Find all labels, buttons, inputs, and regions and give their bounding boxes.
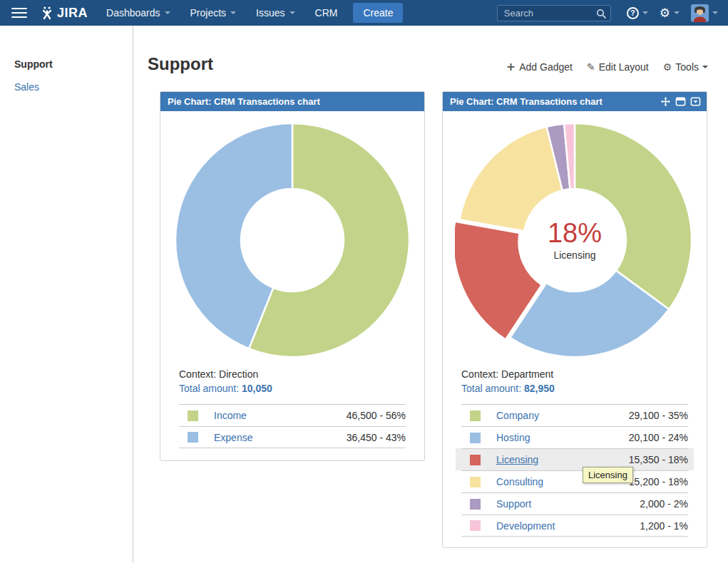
nav-item-label: Issues: [256, 7, 284, 19]
pie-slice-company[interactable]: [575, 123, 692, 309]
legend-label-link[interactable]: Income: [214, 410, 347, 421]
legend-label-link[interactable]: Expense: [214, 432, 347, 443]
avatar-image: [691, 4, 709, 22]
legend-swatch: [470, 433, 481, 443]
legend-label-link[interactable]: Company: [496, 410, 629, 421]
legend-swatch: [470, 499, 481, 510]
legend-label-link[interactable]: Support: [496, 498, 640, 510]
gear-icon: ⚙: [663, 61, 672, 73]
nav-item-label: Projects: [190, 7, 227, 19]
search-icon: [596, 9, 606, 19]
avatar: [691, 4, 709, 22]
dashboard-sidebar: SupportSales: [0, 26, 133, 563]
jira-charlie-icon: [40, 6, 54, 20]
donut-chart-department: 18% Licensing: [455, 120, 694, 360]
chevron-down-icon: [165, 11, 170, 14]
chevron-down-icon: [702, 66, 708, 68]
nav-item-issues[interactable]: Issues: [256, 7, 294, 19]
nav-item-crm[interactable]: CRM: [315, 7, 338, 19]
help-menu[interactable]: ?: [627, 7, 648, 19]
sidebar-item-sales[interactable]: Sales: [14, 81, 133, 93]
pencil-icon: ✎: [587, 61, 595, 73]
nav-item-dashboards[interactable]: Dashboards: [106, 7, 170, 19]
chart-context: Context: Direction: [179, 367, 406, 381]
chevron-down-icon: [674, 11, 680, 14]
nav-item-label: CRM: [315, 7, 338, 19]
legend-value: 36,450 - 43%: [347, 432, 406, 443]
chevron-down-icon: [712, 11, 718, 14]
legend-row-consulting[interactable]: Consulting15,200 - 18%: [461, 470, 688, 492]
legend-value: 1,200 - 1%: [640, 520, 688, 532]
total-label: Total amount:: [179, 383, 239, 394]
chart-context: Context: Department: [461, 367, 688, 381]
gadget-header[interactable]: Pie Chart: CRM Transactions chart: [443, 92, 707, 111]
legend-label-link[interactable]: Licensing: [496, 454, 629, 465]
jira-logo[interactable]: JIRA: [40, 6, 88, 21]
action-label: Tools: [675, 61, 699, 73]
chart-total: Total amount: 82,950: [461, 381, 688, 396]
nav-item-label: Dashboards: [106, 7, 160, 19]
legend-label-link[interactable]: Hosting: [496, 432, 629, 443]
tooltip: Licensing: [583, 467, 633, 483]
maximize-gadget-icon[interactable]: [675, 96, 686, 107]
donut-chart-direction: [173, 120, 412, 360]
hamburger-menu-icon[interactable]: [11, 5, 27, 21]
legend-swatch: [188, 432, 198, 443]
nav-menu: DashboardsProjectsIssuesCRM: [106, 7, 337, 19]
gear-icon: ⚙: [660, 7, 670, 19]
chevron-down-icon: [230, 11, 236, 14]
search-input[interactable]: [497, 5, 611, 21]
page-title: Support: [148, 54, 213, 74]
pie-slice-consulting[interactable]: [460, 127, 563, 232]
legend-row-development[interactable]: Development1,200 - 1%: [461, 515, 688, 537]
gadget-menu-dropdown-icon[interactable]: [690, 96, 701, 107]
chevron-down-icon: [289, 11, 295, 14]
add-gadget-button[interactable]: +Add Gadget: [506, 60, 573, 73]
top-navbar: JIRA DashboardsProjectsIssuesCRM Create …: [0, 0, 728, 26]
chart-legend: Company29,100 - 35%Hosting20,100 - 24%Li…: [461, 404, 688, 537]
search-box: [497, 5, 611, 21]
brand-name: JIRA: [57, 6, 88, 21]
gadget-pie-chart-1: Pie Chart: CRM Transactions chart Contex…: [160, 91, 425, 461]
gadget-header[interactable]: Pie Chart: CRM Transactions chart: [160, 92, 424, 111]
legend-swatch: [470, 520, 481, 531]
gadget-title: Pie Chart: CRM Transactions chart: [443, 96, 603, 107]
action-label: Edit Layout: [599, 61, 649, 73]
create-button[interactable]: Create: [353, 3, 403, 23]
chart-legend: Income46,500 - 56%Expense36,450 - 43%: [179, 404, 406, 448]
legend-swatch: [470, 455, 481, 465]
gadget-title: Pie Chart: CRM Transactions chart: [160, 96, 320, 107]
gadget-pie-chart-2: Pie Chart: CRM Transactions chart 18% Li…: [442, 91, 707, 548]
legend-row-licensing[interactable]: Licensing15,350 - 18%: [461, 448, 688, 470]
legend-row-expense[interactable]: Expense36,450 - 43%: [179, 426, 406, 448]
user-menu[interactable]: [691, 4, 718, 22]
action-label: Add Gadget: [519, 61, 573, 73]
help-icon: ?: [627, 7, 639, 19]
settings-menu[interactable]: ⚙: [660, 7, 680, 19]
legend-value: 20,100 - 24%: [629, 432, 688, 443]
legend-value: 29,100 - 35%: [629, 410, 688, 421]
chevron-down-icon: [642, 11, 648, 14]
legend-value: 46,500 - 56%: [347, 410, 406, 421]
sidebar-item-support[interactable]: Support: [14, 58, 133, 70]
legend-swatch: [188, 410, 198, 421]
tools-button[interactable]: ⚙Tools: [663, 60, 708, 73]
legend-swatch: [470, 410, 481, 421]
chart-total: Total amount: 10,050: [179, 381, 406, 396]
legend-value: 2,000 - 2%: [640, 498, 688, 510]
edit-layout-button[interactable]: ✎Edit Layout: [587, 60, 649, 73]
legend-row-hosting[interactable]: Hosting20,100 - 24%: [461, 426, 688, 448]
legend-row-income[interactable]: Income46,500 - 56%: [179, 404, 406, 426]
legend-row-support[interactable]: Support2,000 - 2%: [461, 492, 688, 515]
total-label: Total amount:: [461, 383, 521, 394]
move-gadget-icon[interactable]: [660, 96, 671, 107]
legend-row-company[interactable]: Company29,100 - 35%: [461, 404, 688, 426]
nav-item-projects[interactable]: Projects: [190, 7, 237, 19]
legend-swatch: [470, 477, 481, 487]
total-value: 82,950: [524, 383, 555, 394]
plus-icon: +: [506, 60, 516, 73]
legend-label-link[interactable]: Development: [496, 520, 640, 532]
dashboard-actions: +Add Gadget✎Edit Layout⚙Tools: [506, 60, 708, 73]
legend-value: 15,350 - 18%: [629, 454, 688, 465]
total-value: 10,050: [242, 383, 272, 394]
